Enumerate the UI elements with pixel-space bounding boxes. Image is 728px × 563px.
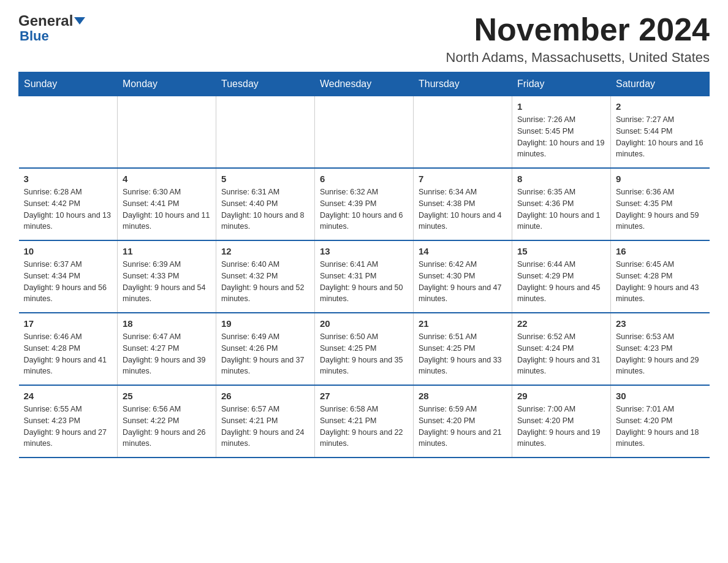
calendar-cell: 14Sunrise: 6:42 AM Sunset: 4:30 PM Dayli…	[414, 240, 512, 313]
day-info: Sunrise: 6:55 AM Sunset: 4:23 PM Dayligh…	[24, 404, 113, 450]
calendar-cell: 17Sunrise: 6:46 AM Sunset: 4:28 PM Dayli…	[19, 313, 118, 385]
day-info: Sunrise: 6:40 AM Sunset: 4:32 PM Dayligh…	[221, 259, 309, 305]
calendar-cell: 29Sunrise: 7:00 AM Sunset: 4:20 PM Dayli…	[512, 385, 611, 458]
day-number: 15	[517, 246, 605, 256]
calendar-cell: 19Sunrise: 6:49 AM Sunset: 4:26 PM Dayli…	[216, 313, 315, 385]
day-info: Sunrise: 6:44 AM Sunset: 4:29 PM Dayligh…	[517, 259, 605, 305]
day-info: Sunrise: 6:39 AM Sunset: 4:33 PM Dayligh…	[123, 259, 211, 305]
logo-icon	[74, 17, 85, 25]
calendar-week-row: 1Sunrise: 7:26 AM Sunset: 5:45 PM Daylig…	[19, 96, 710, 169]
location-title: North Adams, Massachusetts, United State…	[446, 50, 710, 66]
calendar-week-row: 24Sunrise: 6:55 AM Sunset: 4:23 PM Dayli…	[19, 385, 710, 458]
calendar-week-row: 17Sunrise: 6:46 AM Sunset: 4:28 PM Dayli…	[19, 313, 710, 385]
day-info: Sunrise: 7:00 AM Sunset: 4:20 PM Dayligh…	[517, 404, 605, 450]
weekday-header-tuesday: Tuesday	[216, 72, 315, 96]
weekday-header-monday: Monday	[118, 72, 216, 96]
day-info: Sunrise: 6:52 AM Sunset: 4:24 PM Dayligh…	[517, 331, 605, 377]
calendar-cell	[216, 96, 315, 169]
title-section: November 2024 North Adams, Massachusetts…	[446, 12, 710, 66]
day-number: 23	[616, 318, 705, 329]
calendar-cell: 8Sunrise: 6:35 AM Sunset: 4:36 PM Daylig…	[512, 168, 611, 240]
day-number: 12	[221, 246, 309, 256]
calendar-cell: 26Sunrise: 6:57 AM Sunset: 4:21 PM Dayli…	[216, 385, 315, 458]
calendar-cell	[414, 96, 512, 169]
weekday-header-friday: Friday	[512, 72, 611, 96]
day-number: 11	[123, 246, 211, 256]
calendar-cell: 27Sunrise: 6:58 AM Sunset: 4:21 PM Dayli…	[315, 385, 414, 458]
day-number: 21	[419, 318, 507, 329]
day-number: 3	[24, 174, 113, 184]
day-number: 4	[123, 174, 211, 184]
day-number: 6	[320, 174, 408, 184]
day-number: 5	[221, 174, 309, 184]
month-title: November 2024	[446, 12, 710, 47]
day-info: Sunrise: 6:53 AM Sunset: 4:23 PM Dayligh…	[616, 331, 705, 377]
calendar-cell: 16Sunrise: 6:45 AM Sunset: 4:28 PM Dayli…	[611, 240, 710, 313]
day-info: Sunrise: 6:34 AM Sunset: 4:38 PM Dayligh…	[419, 186, 507, 232]
calendar-cell: 3Sunrise: 6:28 AM Sunset: 4:42 PM Daylig…	[19, 168, 118, 240]
calendar-cell: 1Sunrise: 7:26 AM Sunset: 5:45 PM Daylig…	[512, 96, 611, 169]
weekday-header-thursday: Thursday	[414, 72, 512, 96]
calendar-cell: 22Sunrise: 6:52 AM Sunset: 4:24 PM Dayli…	[512, 313, 611, 385]
day-number: 7	[419, 174, 507, 184]
day-number: 30	[616, 391, 705, 401]
day-number: 19	[221, 318, 309, 329]
day-number: 1	[517, 101, 605, 112]
logo-blue-text: Blue	[20, 28, 49, 44]
calendar-cell: 5Sunrise: 6:31 AM Sunset: 4:40 PM Daylig…	[216, 168, 315, 240]
calendar-cell	[19, 96, 118, 169]
logo: General Blue	[18, 12, 85, 44]
weekday-header-wednesday: Wednesday	[315, 72, 414, 96]
day-info: Sunrise: 6:46 AM Sunset: 4:28 PM Dayligh…	[24, 331, 113, 377]
day-info: Sunrise: 6:47 AM Sunset: 4:27 PM Dayligh…	[123, 331, 211, 377]
day-info: Sunrise: 6:37 AM Sunset: 4:34 PM Dayligh…	[24, 259, 113, 305]
day-info: Sunrise: 6:50 AM Sunset: 4:25 PM Dayligh…	[320, 331, 408, 377]
day-number: 14	[419, 246, 507, 256]
day-number: 22	[517, 318, 605, 329]
day-info: Sunrise: 6:58 AM Sunset: 4:21 PM Dayligh…	[320, 404, 408, 450]
day-number: 29	[517, 391, 605, 401]
day-number: 20	[320, 318, 408, 329]
day-info: Sunrise: 6:42 AM Sunset: 4:30 PM Dayligh…	[419, 259, 507, 305]
calendar-cell: 6Sunrise: 6:32 AM Sunset: 4:39 PM Daylig…	[315, 168, 414, 240]
calendar-cell: 24Sunrise: 6:55 AM Sunset: 4:23 PM Dayli…	[19, 385, 118, 458]
day-info: Sunrise: 7:01 AM Sunset: 4:20 PM Dayligh…	[616, 404, 705, 450]
calendar-cell: 13Sunrise: 6:41 AM Sunset: 4:31 PM Dayli…	[315, 240, 414, 313]
calendar-body: 1Sunrise: 7:26 AM Sunset: 5:45 PM Daylig…	[19, 96, 710, 458]
day-number: 17	[24, 318, 113, 329]
day-number: 27	[320, 391, 408, 401]
calendar-cell	[118, 96, 216, 169]
page-header: General Blue November 2024 North Adams, …	[18, 12, 710, 66]
day-number: 26	[221, 391, 309, 401]
calendar-cell: 15Sunrise: 6:44 AM Sunset: 4:29 PM Dayli…	[512, 240, 611, 313]
calendar-week-row: 10Sunrise: 6:37 AM Sunset: 4:34 PM Dayli…	[19, 240, 710, 313]
day-info: Sunrise: 6:31 AM Sunset: 4:40 PM Dayligh…	[221, 186, 309, 232]
calendar-cell: 11Sunrise: 6:39 AM Sunset: 4:33 PM Dayli…	[118, 240, 216, 313]
weekday-header-sunday: Sunday	[19, 72, 118, 96]
day-number: 13	[320, 246, 408, 256]
day-number: 8	[517, 174, 605, 184]
day-info: Sunrise: 6:30 AM Sunset: 4:41 PM Dayligh…	[123, 186, 211, 232]
calendar-cell: 7Sunrise: 6:34 AM Sunset: 4:38 PM Daylig…	[414, 168, 512, 240]
day-info: Sunrise: 6:28 AM Sunset: 4:42 PM Dayligh…	[24, 186, 113, 232]
calendar-cell: 23Sunrise: 6:53 AM Sunset: 4:23 PM Dayli…	[611, 313, 710, 385]
calendar-cell: 21Sunrise: 6:51 AM Sunset: 4:25 PM Dayli…	[414, 313, 512, 385]
day-info: Sunrise: 7:27 AM Sunset: 5:44 PM Dayligh…	[616, 114, 705, 160]
calendar-cell: 4Sunrise: 6:30 AM Sunset: 4:41 PM Daylig…	[118, 168, 216, 240]
calendar-cell: 2Sunrise: 7:27 AM Sunset: 5:44 PM Daylig…	[611, 96, 710, 169]
calendar-cell: 10Sunrise: 6:37 AM Sunset: 4:34 PM Dayli…	[19, 240, 118, 313]
weekday-header-saturday: Saturday	[611, 72, 710, 96]
day-number: 24	[24, 391, 113, 401]
day-info: Sunrise: 6:56 AM Sunset: 4:22 PM Dayligh…	[123, 404, 211, 450]
calendar-cell: 9Sunrise: 6:36 AM Sunset: 4:35 PM Daylig…	[611, 168, 710, 240]
calendar-cell	[315, 96, 414, 169]
day-number: 10	[24, 246, 113, 256]
day-number: 28	[419, 391, 507, 401]
day-info: Sunrise: 6:41 AM Sunset: 4:31 PM Dayligh…	[320, 259, 408, 305]
day-info: Sunrise: 6:35 AM Sunset: 4:36 PM Dayligh…	[517, 186, 605, 232]
day-info: Sunrise: 6:32 AM Sunset: 4:39 PM Dayligh…	[320, 186, 408, 232]
day-number: 16	[616, 246, 705, 256]
day-info: Sunrise: 6:51 AM Sunset: 4:25 PM Dayligh…	[419, 331, 507, 377]
calendar-cell: 12Sunrise: 6:40 AM Sunset: 4:32 PM Dayli…	[216, 240, 315, 313]
day-info: Sunrise: 6:57 AM Sunset: 4:21 PM Dayligh…	[221, 404, 309, 450]
